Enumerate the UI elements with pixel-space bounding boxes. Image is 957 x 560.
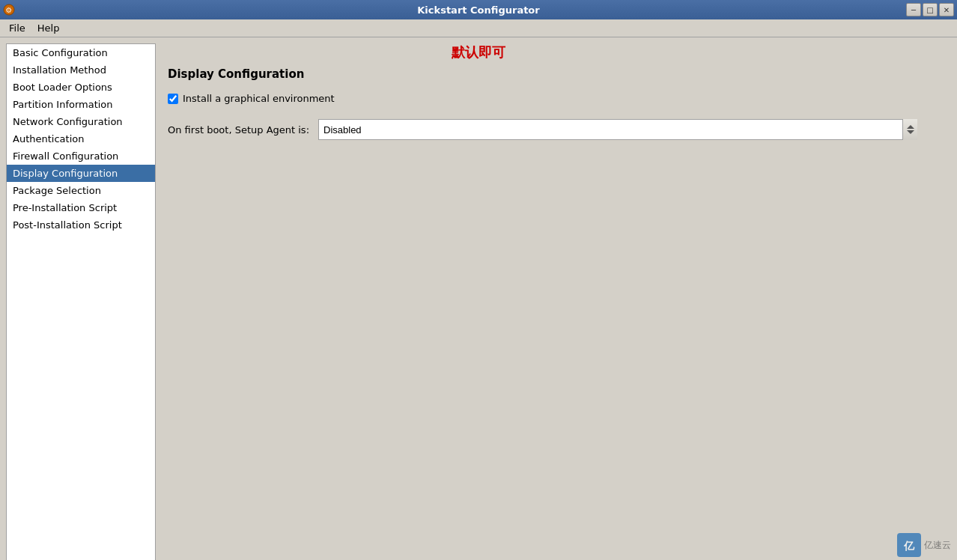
content-panel: Display Configuration Install a graphica… bbox=[156, 37, 957, 560]
sidebar-item-post-installation-script[interactable]: Post-Installation Script bbox=[7, 216, 155, 234]
sidebar-item-firewall-configuration[interactable]: Firewall Configuration bbox=[7, 147, 155, 165]
setup-agent-label: On first boot, Setup Agent is: bbox=[168, 124, 309, 136]
window-title: Kickstart Configurator bbox=[417, 4, 539, 16]
setup-agent-select-wrapper: Disabled Enabled Enabled once bbox=[318, 119, 917, 140]
sidebar-item-authentication[interactable]: Authentication bbox=[7, 130, 155, 147]
setup-agent-row: On first boot, Setup Agent is: Disabled … bbox=[168, 119, 945, 140]
svg-text:⚙: ⚙ bbox=[6, 6, 13, 14]
main-area: 默认即可 Basic Configuration Installation Me… bbox=[0, 37, 957, 560]
window-controls: ─ □ ✕ bbox=[906, 3, 954, 16]
sidebar-item-basic-configuration[interactable]: Basic Configuration bbox=[7, 44, 155, 61]
sidebar-item-display-configuration[interactable]: Display Configuration bbox=[7, 165, 155, 182]
sidebar-item-installation-method[interactable]: Installation Method bbox=[7, 61, 155, 79]
menu-help[interactable]: Help bbox=[31, 21, 66, 35]
bottom-watermark: 亿 亿速云 bbox=[897, 533, 951, 557]
close-button[interactable]: ✕ bbox=[939, 3, 954, 16]
svg-text:亿: 亿 bbox=[903, 540, 915, 552]
install-graphical-checkbox[interactable] bbox=[168, 94, 178, 104]
maximize-button[interactable]: □ bbox=[923, 3, 938, 16]
minimize-button[interactable]: ─ bbox=[906, 3, 921, 16]
watermark-brand: 亿速云 bbox=[924, 539, 951, 552]
sidebar-item-network-configuration[interactable]: Network Configuration bbox=[7, 113, 155, 130]
sidebar-item-partition-information[interactable]: Partition Information bbox=[7, 96, 155, 113]
install-graphical-row: Install a graphical environment bbox=[168, 93, 945, 104]
section-title: Display Configuration bbox=[168, 67, 945, 81]
menu-file[interactable]: File bbox=[3, 21, 31, 35]
sidebar: Basic Configuration Installation Method … bbox=[6, 43, 156, 560]
title-bar-left: ⚙ bbox=[3, 4, 15, 16]
watermark-text: 默认即可 bbox=[452, 43, 505, 61]
app-icon: ⚙ bbox=[3, 4, 15, 16]
sidebar-item-pre-installation-script[interactable]: Pre-Installation Script bbox=[7, 199, 155, 216]
watermark-logo-icon: 亿 bbox=[897, 533, 921, 557]
menu-bar: File Help bbox=[0, 19, 957, 37]
sidebar-item-package-selection[interactable]: Package Selection bbox=[7, 182, 155, 199]
sidebar-item-boot-loader-options[interactable]: Boot Loader Options bbox=[7, 79, 155, 96]
setup-agent-select[interactable]: Disabled Enabled Enabled once bbox=[318, 119, 917, 140]
title-bar: ⚙ Kickstart Configurator ─ □ ✕ bbox=[0, 0, 957, 19]
install-graphical-label: Install a graphical environment bbox=[183, 93, 335, 104]
